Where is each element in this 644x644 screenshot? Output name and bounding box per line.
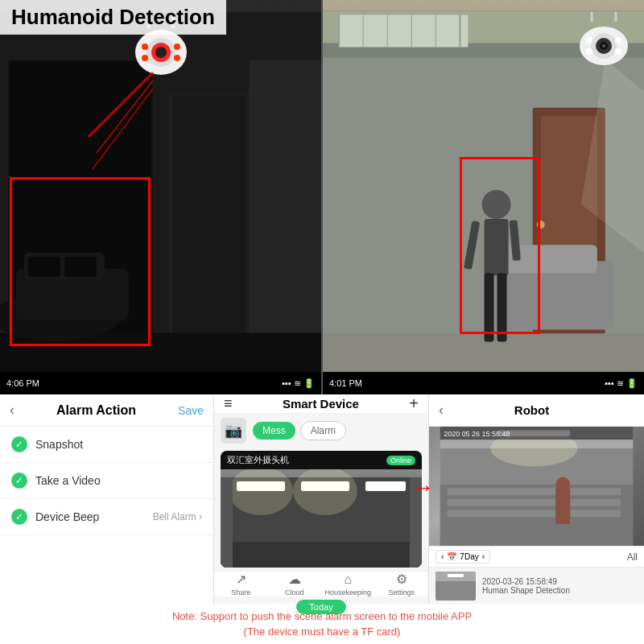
svg-line-24 [93,89,153,169]
back-button-robot[interactable]: ‹ [439,402,444,419]
share-label: Share [231,588,250,597]
housekeeping-icon: ⌂ [344,572,352,587]
device-card-header: 双汇室外摄头机 Online [221,451,422,469]
date-picker[interactable]: ‹ 📅 7Day › [436,550,490,564]
settings-label: Settings [388,588,415,597]
note-line2: (The device must have a TF card) [244,624,401,640]
prev-date[interactable]: ‹ [441,552,444,561]
smart-title: Smart Device [283,397,359,411]
bottom-settings[interactable]: ⚙ Settings [375,572,429,597]
title-overlay: Humanoid Detection [0,0,226,35]
svg-rect-83 [448,574,464,577]
device-status: Online [386,456,415,465]
svg-point-57 [615,37,621,43]
tab-mess[interactable]: Mess [253,422,295,440]
note-line1: Note: Support to push the scene alarm sc… [172,609,472,625]
scene-right: 4:01 PM ▪▪▪ ≋ 🔋 [323,0,644,394]
status-bar-left: 4:06 PM ▪▪▪ ≋ 🔋 [0,372,321,394]
bottom-section: ‹ Alarm Action Save ✓ Snapshot ✓ Take a … [0,394,644,644]
status-bar-right: 4:01 PM ▪▪▪ ≋ 🔋 [323,372,644,394]
video-label: Take a Video [35,474,101,487]
top-section: Humanoid Detection [0,0,644,394]
cloud-icon: ☁ [288,572,301,587]
panel-smart: ≡ Smart Device + 📷 Mess Alarm 双汇室外摄头机 [214,394,429,604]
cloud-label: Cloud [285,588,304,597]
smart-content: 📷 Mess Alarm 双汇室外摄头机 Online [214,414,428,571]
svg-point-18 [142,43,148,50]
svg-point-19 [174,43,180,50]
camera-right [572,12,640,68]
svg-rect-74 [448,488,621,495]
detection-timestamp: 2020-03-26 15:58:49 [482,577,570,586]
detection-box-left [10,177,151,346]
svg-point-59 [615,48,621,55]
svg-rect-63 [365,481,406,491]
next-date[interactable]: › [482,552,485,561]
device-card: 双汇室外摄头机 Online [221,451,422,568]
snapshot-label: Snapshot [35,438,83,451]
panel-robot: ‹ Robot [429,394,644,604]
smart-bottom-bar: ↗ Share ☁ Cloud ⌂ Housekeeping ⚙ Setting… [214,571,428,597]
svg-text:2020 05 26  15:58:48: 2020 05 26 15:58:48 [444,430,510,438]
detection-label: Human Shape Detection [482,586,570,595]
alarm-item-video: ✓ Take a Video [0,463,213,499]
alarm-title: Alarm Action [56,403,136,418]
time-right: 4:01 PM [329,378,362,388]
svg-point-55 [602,44,605,47]
smart-add-icon[interactable]: + [409,394,419,413]
alarm-item-snapshot: ✓ Snapshot [0,427,213,463]
housekeeping-label: Housekeeping [324,588,371,597]
robot-preview: 2020 05 26 15:58:48 [429,427,644,546]
bottom-housekeeping[interactable]: ⌂ Housekeeping [321,572,375,597]
check-video[interactable]: ✓ [11,473,27,489]
device-name: 双汇室外摄头机 [227,454,289,466]
share-icon: ↗ [236,572,246,587]
svg-rect-66 [221,542,422,568]
svg-point-58 [586,48,592,55]
signal-right: ▪▪▪ ≋ 🔋 [605,378,638,389]
device-icon-row: 📷 Mess Alarm [214,414,428,448]
save-button[interactable]: Save [178,404,204,417]
svg-rect-79 [555,488,570,524]
svg-rect-75 [448,499,621,506]
panels-row: ‹ Alarm Action Save ✓ Snapshot ✓ Take a … [0,394,644,604]
note-row: Note: Support to push the scene alarm sc… [0,604,644,644]
arrow-icon: → [411,475,434,501]
svg-point-56 [586,37,592,43]
smart-menu-icon[interactable]: ≡ [224,395,233,412]
bottom-share[interactable]: ↗ Share [214,572,268,597]
page-title: Humanoid Detection [11,5,215,30]
back-button-alarm[interactable]: ‹ [10,402,14,419]
beep-label: Device Beep [35,510,99,523]
all-filter[interactable]: All [627,551,638,563]
detection-info: 2020-03-26 15:58:49 Human Shape Detectio… [482,577,570,595]
smart-header: ≡ Smart Device + [214,394,428,414]
panel-alarm: ‹ Alarm Action Save ✓ Snapshot ✓ Take a … [0,394,214,604]
svg-line-23 [97,80,153,153]
laser-beams [80,56,242,185]
svg-rect-5 [249,60,321,381]
smart-tabs: Mess Alarm [253,421,346,440]
svg-point-80 [555,477,570,492]
alarm-item-beep: ✓ Device Beep Bell Alarm › [0,499,213,535]
date-nav: ‹ 📅 7Day › All [429,546,644,568]
signal-left: ▪▪▪ ≋ 🔋 [282,378,315,389]
time-left: 4:06 PM [6,378,39,388]
check-beep[interactable]: ✓ [11,509,27,525]
robot-header: ‹ Robot [429,394,644,427]
robot-title: Robot [514,403,549,417]
calendar-icon: 📅 [447,552,456,561]
tab-alarm[interactable]: Alarm [300,421,346,440]
check-snapshot[interactable]: ✓ [11,436,27,452]
bottom-cloud[interactable]: ☁ Cloud [268,572,322,597]
date-range: 7Day [460,552,478,561]
detection-strip: 2020-03-26 15:58:49 Human Shape Detectio… [429,568,644,604]
detection-thumbnail [436,572,476,601]
svg-rect-76 [448,510,621,517]
detection-box-right [460,157,540,334]
scene-left: 4:06 PM ▪▪▪ ≋ 🔋 [0,0,321,394]
svg-rect-29 [339,14,468,47]
settings-icon: ⚙ [396,572,407,587]
device-icon[interactable]: 📷 [221,418,246,444]
device-preview[interactable]: ▶ [221,469,422,568]
